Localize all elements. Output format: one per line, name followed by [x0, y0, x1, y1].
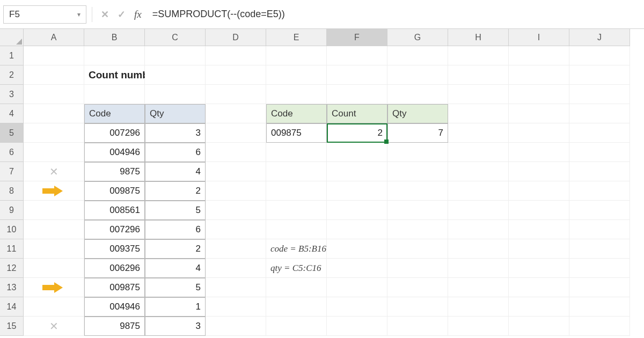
cell[interactable] — [266, 297, 327, 317]
table2-header-code[interactable]: Code — [266, 104, 327, 123]
cell[interactable] — [448, 201, 509, 220]
cell[interactable] — [327, 259, 387, 278]
cell[interactable] — [266, 65, 327, 85]
cell[interactable] — [206, 297, 266, 317]
cell[interactable] — [206, 259, 266, 278]
cell[interactable] — [569, 220, 630, 239]
cell[interactable] — [24, 46, 84, 65]
cell[interactable] — [387, 85, 448, 104]
cell[interactable] — [448, 220, 509, 239]
cell-mark[interactable] — [24, 239, 84, 259]
row-header[interactable]: 9 — [0, 201, 24, 220]
col-header-H[interactable]: H — [448, 29, 509, 46]
cell[interactable] — [266, 220, 327, 239]
cell[interactable] — [569, 317, 630, 336]
cell[interactable] — [327, 201, 387, 220]
cell[interactable] — [569, 297, 630, 317]
cell[interactable] — [266, 278, 327, 297]
cell-qty[interactable]: 4 — [145, 259, 206, 278]
cell[interactable] — [569, 143, 630, 162]
col-header-J[interactable]: J — [569, 29, 630, 46]
cell[interactable] — [266, 85, 327, 104]
cell-mark[interactable] — [24, 143, 84, 162]
cell-qty[interactable]: 3 — [145, 317, 206, 336]
row-header[interactable]: 11 — [0, 239, 24, 259]
cell[interactable] — [387, 162, 448, 181]
cell[interactable] — [327, 220, 387, 239]
cell[interactable] — [387, 317, 448, 336]
col-header-C[interactable]: C — [145, 29, 206, 46]
cell[interactable] — [206, 123, 266, 143]
cell[interactable] — [509, 220, 569, 239]
table2-header-count[interactable]: Count — [327, 104, 387, 123]
fx-icon[interactable]: fx — [134, 9, 142, 20]
cell[interactable] — [387, 259, 448, 278]
cell[interactable] — [448, 181, 509, 201]
cell[interactable] — [387, 278, 448, 297]
cell-code[interactable]: 007296 — [84, 220, 145, 239]
cell[interactable] — [509, 123, 569, 143]
cell[interactable] — [509, 259, 569, 278]
row-header[interactable]: 12 — [0, 259, 24, 278]
cell[interactable] — [327, 278, 387, 297]
cell[interactable] — [206, 46, 266, 65]
row-header[interactable]: 7 — [0, 162, 24, 181]
row-header[interactable]: 15 — [0, 317, 24, 336]
cell[interactable] — [266, 181, 327, 201]
cell[interactable] — [509, 143, 569, 162]
cell-code[interactable]: 9875 — [84, 162, 145, 181]
row-header[interactable]: 6 — [0, 143, 24, 162]
cell[interactable] — [448, 317, 509, 336]
cell[interactable] — [509, 278, 569, 297]
cell[interactable] — [327, 239, 387, 259]
col-header-A[interactable]: A — [24, 29, 84, 46]
cell[interactable] — [327, 317, 387, 336]
cell-code[interactable]: 9875 — [84, 317, 145, 336]
cell[interactable] — [327, 143, 387, 162]
cell[interactable] — [206, 65, 266, 85]
cell[interactable] — [569, 201, 630, 220]
cell[interactable] — [448, 143, 509, 162]
cell[interactable] — [266, 162, 327, 181]
cell-qty[interactable]: 5 — [145, 278, 206, 297]
cell[interactable] — [569, 278, 630, 297]
cell-qty[interactable]: 2 — [145, 181, 206, 201]
cell[interactable] — [206, 278, 266, 297]
cell[interactable] — [266, 143, 327, 162]
cell[interactable] — [327, 65, 387, 85]
cell[interactable] — [569, 104, 630, 123]
named-range-code[interactable]: code = B5:B16 — [266, 239, 327, 259]
cell[interactable] — [509, 297, 569, 317]
cell[interactable] — [509, 46, 569, 65]
cancel-icon[interactable]: ✕ — [101, 9, 109, 20]
page-title[interactable]: Count numbers with leading zeros — [84, 65, 145, 85]
cell[interactable] — [145, 65, 206, 85]
summary-code[interactable]: 009875 — [266, 123, 327, 143]
cell-qty[interactable]: 1 — [145, 297, 206, 317]
cell-mark[interactable] — [24, 181, 84, 201]
cell[interactable] — [145, 85, 206, 104]
cell-qty[interactable]: 6 — [145, 220, 206, 239]
cell[interactable] — [448, 123, 509, 143]
summary-count[interactable]: 2 — [327, 123, 387, 143]
cell[interactable] — [569, 85, 630, 104]
cell-code[interactable]: 009875 — [84, 278, 145, 297]
cell[interactable] — [266, 317, 327, 336]
cell-mark[interactable] — [24, 220, 84, 239]
cell[interactable] — [266, 46, 327, 65]
cell[interactable] — [569, 259, 630, 278]
col-header-I[interactable]: I — [509, 29, 569, 46]
cell[interactable] — [448, 104, 509, 123]
cell[interactable] — [448, 239, 509, 259]
cell[interactable] — [569, 123, 630, 143]
name-box[interactable]: F5 ▾ — [3, 5, 86, 24]
cell[interactable] — [387, 181, 448, 201]
cell[interactable] — [206, 143, 266, 162]
cell[interactable] — [509, 162, 569, 181]
cell[interactable] — [448, 297, 509, 317]
row-header[interactable]: 4 — [0, 104, 24, 123]
formula-input[interactable]: =SUMPRODUCT(--(code=E5)) — [145, 5, 641, 24]
cell-code[interactable]: 004946 — [84, 297, 145, 317]
cell[interactable] — [327, 162, 387, 181]
cell[interactable] — [206, 317, 266, 336]
